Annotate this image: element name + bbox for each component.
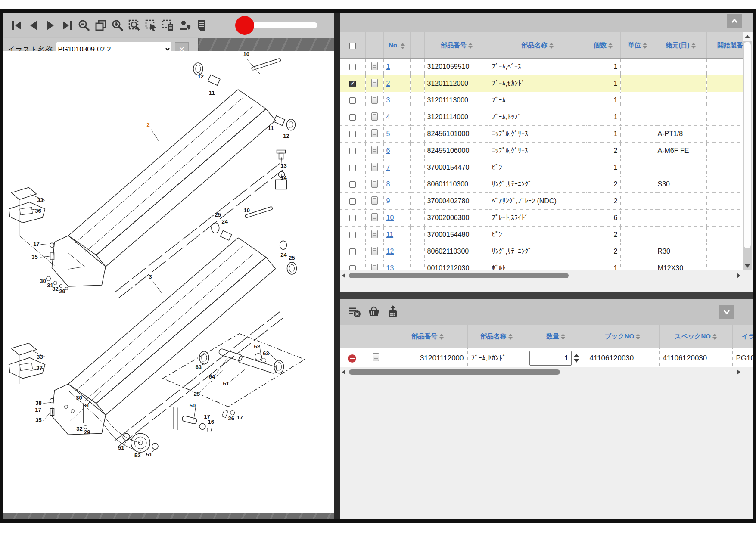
collapse-up-button[interactable] [727, 14, 742, 28]
selection-row[interactable]: 31201112000 ﾌﾞｰﾑ,ｾｶﾝﾄﾞ 41106120030 41106… [340, 348, 753, 367]
header-qty[interactable]: 数量 [526, 325, 586, 348]
table-row[interactable]: 2 31201112000 ﾌﾞｰﾑ,ｾｶﾝﾄﾞ 1 [340, 75, 743, 92]
parts-table-hscrollbar[interactable] [340, 271, 743, 280]
table-row[interactable]: 8 80601110300 ﾘﾝｸﾞ,ﾘﾃｰﾆﾝｸﾞ 2 S30 [340, 176, 743, 193]
header-spec[interactable]: 緒元(日) [655, 32, 706, 59]
table-row[interactable]: 1 31201059510 ﾌﾞｰﾑ,ﾍﾞｰｽ 1 [340, 59, 743, 75]
row-checkbox[interactable] [349, 148, 356, 154]
document-icon[interactable] [371, 213, 378, 221]
row-no-link[interactable]: 4 [386, 113, 390, 121]
document-icon[interactable] [371, 79, 378, 87]
selection-table-hscrollbar[interactable] [340, 368, 753, 376]
zoom-in-icon[interactable] [111, 19, 124, 32]
row-no-link[interactable]: 5 [386, 130, 390, 137]
document-icon[interactable] [371, 62, 378, 70]
copy-illustration-icon[interactable] [162, 19, 174, 32]
area-zoom-icon[interactable] [128, 19, 141, 32]
document-icon[interactable] [373, 353, 379, 361]
table-row[interactable]: 11 37000154480 ﾋﾟﾝ 2 [340, 227, 743, 243]
select-parts-icon[interactable] [145, 19, 158, 32]
table-row[interactable]: 9 37000402780 ﾍﾞｱﾘﾝｸﾞ,ﾌﾟﾚｰﾝ (NDC) 2 [340, 193, 743, 210]
row-no-link[interactable]: 12 [386, 248, 394, 255]
row-checkbox[interactable] [349, 114, 356, 121]
scroll-right-button[interactable] [737, 273, 740, 278]
qty-input[interactable] [529, 351, 572, 366]
zoom-out-icon[interactable] [78, 19, 90, 32]
row-no-link[interactable]: 7 [386, 164, 390, 171]
illustration-canvas[interactable]: 1012111112213143336173530313229252410242… [3, 51, 334, 513]
document-icon[interactable] [371, 112, 378, 121]
row-no-link[interactable]: 10 [386, 214, 394, 221]
scroll-left-button[interactable] [342, 273, 345, 278]
document-icon[interactable] [371, 247, 378, 255]
table-row[interactable]: 7 37000154470 ﾋﾟﾝ 1 [340, 159, 743, 176]
row-checkbox[interactable] [349, 165, 356, 171]
row-checkbox[interactable] [349, 97, 356, 104]
row-no-link[interactable]: 13 [386, 264, 394, 270]
document-icon[interactable] [371, 230, 378, 238]
row-checkbox[interactable] [349, 64, 356, 70]
table-row[interactable]: 6 82455106000 ﾆｯﾌﾟﾙ,ｸﾞﾘｰｽ 2 A-M6F FE [340, 143, 743, 159]
row-checkbox[interactable] [349, 232, 356, 238]
document-icon[interactable] [371, 163, 378, 171]
row-checkbox[interactable] [349, 248, 356, 255]
row-no-link[interactable]: 3 [386, 96, 390, 104]
header-part-name[interactable]: 部品名称 [489, 32, 586, 59]
export-icon[interactable] [386, 305, 400, 319]
basket-icon[interactable] [367, 305, 381, 319]
fit-window-icon[interactable] [94, 19, 107, 32]
header-no[interactable]: No. [383, 32, 410, 59]
header-qty[interactable]: 個数 [586, 32, 620, 59]
parts-table-vscrollbar[interactable] [743, 32, 752, 270]
qty-spinner[interactable] [573, 354, 579, 363]
select-all-checkbox[interactable] [349, 43, 356, 49]
person-pin-icon[interactable] [178, 19, 191, 32]
header-illust[interactable]: イラス [732, 325, 753, 348]
vscroll-thumb[interactable] [744, 42, 751, 248]
row-no-link[interactable]: 9 [386, 197, 390, 205]
row-checkbox[interactable] [349, 131, 356, 137]
document-icon[interactable] [371, 196, 378, 205]
table-row[interactable]: 12 80602110300 ﾘﾝｸﾞ,ﾘﾃｰﾆﾝｸﾞ 2 R30 [340, 243, 743, 260]
first-page-icon[interactable] [10, 19, 23, 32]
header-unit[interactable]: 単位 [620, 32, 655, 59]
panel-splitter[interactable] [340, 292, 753, 299]
hscroll-thumb[interactable] [349, 273, 569, 278]
row-no-link[interactable]: 6 [386, 147, 390, 154]
panel-divider[interactable] [334, 13, 340, 519]
header-start-serial[interactable]: 開始製番 [706, 32, 743, 59]
header-part-name[interactable]: 部品名称 [467, 325, 526, 348]
document-icon[interactable] [371, 180, 378, 188]
document-icon[interactable] [371, 146, 378, 154]
zoom-slider-thumb[interactable] [235, 16, 254, 35]
hscroll-thumb[interactable] [349, 369, 560, 375]
row-no-link[interactable]: 2 [386, 80, 390, 87]
table-row[interactable]: 4 31201114000 ﾌﾞｰﾑ,ﾄｯﾌﾟ 1 [340, 109, 743, 126]
clear-list-icon[interactable] [348, 305, 362, 319]
scroll-right-button[interactable] [737, 369, 740, 375]
row-no-link[interactable]: 1 [386, 63, 390, 70]
next-page-icon[interactable] [44, 19, 57, 32]
table-row[interactable]: 3 31201113000 ﾌﾞｰﾑ 1 [340, 92, 743, 109]
row-checkbox[interactable] [349, 81, 356, 87]
scroll-left-button[interactable] [342, 369, 345, 375]
collapse-down-button[interactable] [719, 305, 734, 319]
document-icon[interactable] [371, 264, 378, 271]
row-no-link[interactable]: 8 [386, 180, 390, 188]
remove-icon[interactable] [348, 354, 356, 363]
header-part-number[interactable]: 部品番号 [424, 32, 489, 59]
table-row[interactable]: 5 82456101000 ﾆｯﾌﾟﾙ,ｸﾞﾘｰｽ 1 A-PT1/8 [340, 126, 743, 143]
document-icon[interactable] [371, 129, 378, 137]
header-book-no[interactable]: ブックNO [586, 325, 659, 348]
scroll-up-button[interactable] [743, 32, 752, 41]
header-spec-no[interactable]: スペックNO [659, 325, 732, 348]
document-icon[interactable] [371, 96, 378, 104]
table-row[interactable]: 13 00101212030 ﾎﾞﾙﾄ 1 M12X30 [340, 260, 743, 271]
scroll-down-button[interactable] [743, 262, 752, 270]
row-checkbox[interactable] [349, 215, 356, 221]
row-no-link[interactable]: 11 [386, 231, 394, 238]
header-part-number[interactable]: 部品番号 [388, 325, 467, 348]
memo-icon[interactable] [195, 19, 208, 32]
row-checkbox[interactable] [349, 181, 356, 188]
row-checkbox[interactable] [349, 198, 356, 205]
